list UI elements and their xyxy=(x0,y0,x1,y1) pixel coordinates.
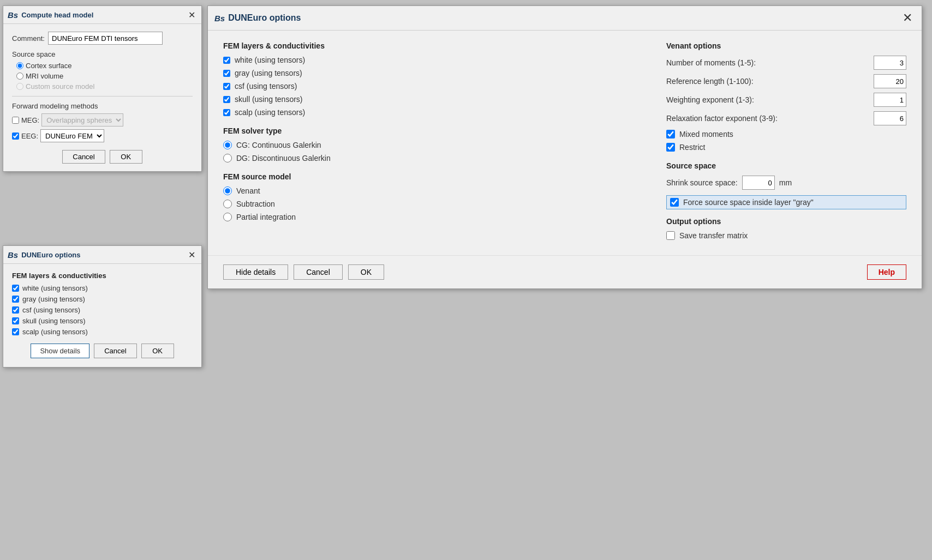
compute-content: Comment: Source space Cortex surface MRI… xyxy=(3,24,201,171)
restrict-label: Restrict xyxy=(679,143,705,152)
comment-input[interactable] xyxy=(48,32,163,45)
moments-input[interactable] xyxy=(874,56,906,70)
meg-label: MEG: xyxy=(21,116,39,124)
weighting-exponent-input[interactable] xyxy=(874,93,906,107)
save-matrix-checkbox[interactable] xyxy=(666,231,675,240)
eeg-label: EEG: xyxy=(21,132,38,140)
cg-radio[interactable] xyxy=(223,141,232,149)
list-item: gray (using tensors) xyxy=(223,69,639,77)
meg-checkbox[interactable] xyxy=(12,117,19,124)
subtraction-radio[interactable] xyxy=(223,200,232,208)
force-source-space-label: Force source space inside layer "gray" xyxy=(683,198,814,207)
force-source-space-checkbox[interactable] xyxy=(670,198,679,207)
relaxation-input[interactable] xyxy=(874,111,906,125)
duneuro-large-titlebar: Bs DUNEuro options ✕ xyxy=(208,6,922,31)
left-panel: FEM layers & conductivities white (using… xyxy=(223,41,655,244)
large-scalp-checkbox[interactable] xyxy=(223,109,230,116)
comment-label: Comment: xyxy=(12,34,45,43)
mixed-moments-label: Mixed moments xyxy=(679,130,733,139)
cortex-surface-radio[interactable] xyxy=(16,62,23,69)
large-scalp-label: scalp (using tensors) xyxy=(235,108,305,117)
reference-length-row: Reference length (1-100): xyxy=(666,74,906,88)
duneuro-large-title: Bs DUNEuro options xyxy=(214,13,301,23)
compute-buttons: Cancel OK xyxy=(12,150,193,164)
subtraction-option[interactable]: Subtraction xyxy=(223,200,639,208)
meg-row: MEG: Overlapping spheres xyxy=(12,113,193,127)
small-gray-checkbox[interactable] xyxy=(12,296,19,303)
restrict-row: Restrict xyxy=(666,143,906,152)
moments-label: Number of moments (1-5): xyxy=(666,58,874,67)
large-fem-solver-title: FEM solver type xyxy=(223,127,639,135)
output-title: Output options xyxy=(666,217,906,226)
duneuro-small-cancel-button[interactable]: Cancel xyxy=(94,344,136,358)
reference-length-input[interactable] xyxy=(874,74,906,88)
shrink-source-space-row: Shrink source space: mm xyxy=(666,176,906,190)
custom-source-label: Custom source model xyxy=(26,82,94,91)
comment-row: Comment: xyxy=(12,32,193,45)
mri-volume-option[interactable]: MRI volume xyxy=(16,72,193,80)
list-item: skull (using tensors) xyxy=(223,95,639,104)
duneuro-small-content: FEM layers & conductivities white (using… xyxy=(3,264,201,367)
venant-radio[interactable] xyxy=(223,186,232,195)
right-panel: Venant options Number of moments (1-5): … xyxy=(655,41,906,244)
cg-option[interactable]: CG: Continuous Galerkin xyxy=(223,141,639,149)
shrink-input[interactable] xyxy=(742,176,775,190)
bs-logo: Bs xyxy=(8,10,18,20)
show-details-button[interactable]: Show details xyxy=(31,344,89,358)
reference-length-label: Reference length (1-100): xyxy=(666,77,874,86)
partial-integration-option[interactable]: Partial integration xyxy=(223,213,639,221)
large-fem-layers: white (using tensors) gray (using tensor… xyxy=(223,56,639,117)
large-gray-checkbox[interactable] xyxy=(223,70,230,77)
mri-volume-radio[interactable] xyxy=(16,73,23,80)
large-skull-label: skull (using tensors) xyxy=(235,95,303,104)
large-ok-button[interactable]: OK xyxy=(348,264,384,280)
venant-params: Number of moments (1-5): Reference lengt… xyxy=(666,56,906,152)
force-source-space-row: Force source space inside layer "gray" xyxy=(666,195,906,209)
large-skull-checkbox[interactable] xyxy=(223,96,230,103)
partial-integration-radio[interactable] xyxy=(223,213,232,221)
small-skull-checkbox[interactable] xyxy=(12,317,19,324)
compute-cancel-button[interactable]: Cancel xyxy=(62,150,105,164)
duneuro-small-ok-button[interactable]: OK xyxy=(141,344,174,358)
small-csf-checkbox[interactable] xyxy=(12,306,19,314)
mixed-moments-checkbox[interactable] xyxy=(666,130,675,139)
small-white-checkbox[interactable] xyxy=(12,285,19,292)
small-fem-layers: white (using tensors) gray (using tensor… xyxy=(12,284,193,336)
compute-close-button[interactable]: ✕ xyxy=(186,9,197,20)
partial-integration-label: Partial integration xyxy=(236,213,296,221)
small-skull-label: skull (using tensors) xyxy=(22,317,86,325)
dg-option[interactable]: DG: Discontinuous Galerkin xyxy=(223,154,639,162)
list-item: csf (using tensors) xyxy=(12,306,193,314)
small-scalp-checkbox[interactable] xyxy=(12,328,19,335)
help-button[interactable]: Help xyxy=(867,264,906,280)
cortex-surface-option[interactable]: Cortex surface xyxy=(16,62,193,70)
large-source-options: Venant Subtraction Partial integration xyxy=(223,186,639,221)
cg-label: CG: Continuous Galerkin xyxy=(236,141,321,149)
forward-modeling-label: Forward modeling methods xyxy=(12,102,193,110)
large-cancel-button[interactable]: Cancel xyxy=(294,264,343,280)
weighting-exponent-row: Weighting exponent (1-3): xyxy=(666,93,906,107)
venant-label: Venant xyxy=(236,186,260,195)
large-white-checkbox[interactable] xyxy=(223,57,230,64)
list-item: white (using tensors) xyxy=(223,56,639,64)
duneuro-small-titlebar: Bs DUNEuro options ✕ xyxy=(3,246,201,264)
large-csf-checkbox[interactable] xyxy=(223,83,230,90)
duneuro-small-buttons: Show details Cancel OK xyxy=(12,344,193,358)
restrict-checkbox[interactable] xyxy=(666,143,675,152)
relaxation-label: Relaxation factor exponent (3-9): xyxy=(666,114,874,123)
hide-details-button[interactable]: Hide details xyxy=(223,264,288,280)
venant-option[interactable]: Venant xyxy=(223,186,639,195)
list-item: csf (using tensors) xyxy=(223,82,639,91)
dg-radio[interactable] xyxy=(223,154,232,162)
eeg-checkbox[interactable] xyxy=(12,133,19,140)
eeg-select[interactable]: DUNEuro FEM xyxy=(40,129,104,142)
list-item: scalp (using tensors) xyxy=(12,328,193,336)
duneuro-large-logo: Bs xyxy=(214,14,225,23)
dg-label: DG: Discontinuous Galerkin xyxy=(236,154,331,162)
relaxation-row: Relaxation factor exponent (3-9): xyxy=(666,111,906,125)
compute-ok-button[interactable]: OK xyxy=(110,150,142,164)
duneuro-small-close-button[interactable]: ✕ xyxy=(186,249,197,260)
mri-volume-label: MRI volume xyxy=(26,72,63,80)
subtraction-label: Subtraction xyxy=(236,200,275,208)
duneuro-large-close-button[interactable]: ✕ xyxy=(900,10,915,26)
